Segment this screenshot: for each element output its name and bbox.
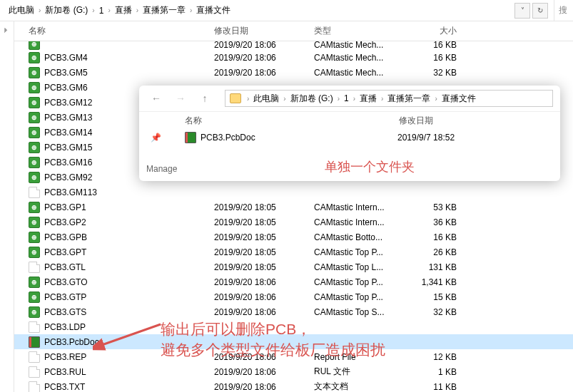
file-icon [29, 321, 40, 333]
chevron-right-icon[interactable]: › [188, 6, 193, 14]
search-hint[interactable]: 搜 [554, 0, 567, 21]
refresh-button[interactable]: ↻ [532, 3, 548, 19]
file-type: CAMtastic Top P... [314, 277, 407, 287]
file-name: PCB3.GTO [44, 277, 214, 287]
file-icon: ⊕ [29, 217, 40, 228]
dropdown-button[interactable]: ˅ [514, 3, 530, 19]
file-icon: ⊕ [29, 41, 40, 50]
file-type: 文本文档 [314, 381, 407, 392]
file-date: 2019/9/20 18:06 [214, 53, 314, 63]
nav-forward-button[interactable]: → [171, 90, 191, 107]
column-name[interactable]: 名称 [29, 25, 214, 37]
annotation-main: 输出后可以删除PCB， 避免多个类型文件给板厂造成困扰 [161, 319, 385, 361]
breadcrumb-item[interactable]: 直播文件 [193, 4, 233, 16]
file-icon: ⊕ [29, 232, 40, 243]
folder-icon [230, 93, 241, 103]
file-icon: ⊕ [29, 142, 40, 153]
annotation-folder: 单独一个文件夹 [325, 158, 415, 175]
file-icon [29, 381, 40, 393]
file-icon: ⊕ [29, 277, 40, 288]
file-size: 32 KB [407, 68, 464, 78]
pcb-file-icon [185, 132, 196, 143]
file-type: CAMtastic Intern... [314, 202, 407, 212]
file-icon: ⊕ [29, 202, 40, 213]
file-icon: ⊕ [29, 127, 40, 138]
nav-up-button[interactable]: ↑ [195, 90, 215, 107]
chevron-right-icon[interactable]: › [106, 6, 111, 14]
file-date: 2019/9/20 18:06 [214, 68, 314, 78]
file-name: PCB3.TXT [44, 382, 214, 392]
file-type: CAMtastic Top L... [314, 262, 407, 272]
file-row[interactable]: ⊕PCB3.GPB2019/9/20 18:05CAMtastic Botto.… [14, 229, 573, 244]
overlay-file-name: PCB3.PcbDoc [201, 133, 397, 143]
file-name: PCB3.GM5 [44, 68, 214, 78]
file-size: 53 KB [407, 202, 464, 212]
overlay-col-name[interactable]: 名称 [185, 115, 399, 127]
file-name: PCB3.GP2 [44, 217, 214, 227]
file-name: PCB3.GTS [44, 307, 214, 317]
file-row[interactable]: ⊕PCB3.GM42019/9/20 18:06CAMtastic Mech..… [14, 50, 573, 65]
breadcrumb-item[interactable]: 直播第一章 [140, 4, 188, 16]
file-icon: ⊕ [29, 67, 40, 78]
file-size: 1 KB [407, 367, 464, 377]
chevron-right-icon[interactable]: › [37, 6, 42, 14]
file-size: 36 KB [407, 217, 464, 227]
file-name: PCB3.GTP [44, 292, 214, 302]
file-icon: ⊕ [29, 292, 40, 303]
file-icon [29, 187, 40, 198]
file-type: CAMtastic Top P... [314, 247, 407, 257]
breadcrumb-item[interactable]: 新加卷 (G:) [42, 4, 91, 16]
column-headers: 名称 修改日期 类型 大小 [14, 21, 573, 41]
file-name: PCB3.GP1 [44, 202, 214, 212]
file-row[interactable]: ⊕PCB3.GTP2019/9/20 18:06CAMtastic Top P.… [14, 289, 573, 304]
file-icon: ⊕ [29, 306, 40, 318]
column-size[interactable]: 大小 [407, 25, 464, 37]
file-row[interactable]: ⊕PCB3.GP12019/9/20 18:05CAMtastic Intern… [14, 200, 573, 215]
file-row[interactable]: PCB3.TXT2019/9/20 18:06文本文档11 KB [14, 379, 573, 392]
chevron-right-icon[interactable]: › [135, 6, 140, 14]
arrow-icon [93, 317, 164, 353]
column-date[interactable]: 修改日期 [214, 25, 314, 37]
file-date: 2019/9/20 18:06 [214, 307, 314, 317]
file-date: 2019/9/20 18:05 [214, 217, 314, 227]
file-name: PCB3.GM113 [44, 187, 214, 197]
file-type: CAMtastic Mech... [314, 68, 407, 78]
file-date: 2019/9/20 18:06 [214, 277, 314, 287]
file-row[interactable]: PCB3.GM113 [14, 185, 573, 200]
file-type: CAMtastic Top S... [314, 307, 407, 317]
chevron-right-icon[interactable]: › [91, 6, 96, 14]
file-row[interactable]: PCB3.RUL2019/9/20 18:06RUL 文件1 KB [14, 364, 573, 379]
overlay-file-row[interactable]: 📌 PCB3.PcbDoc 2019/9/7 18:52 [139, 130, 560, 145]
column-type[interactable]: 类型 [314, 25, 407, 37]
file-icon: ⊕ [29, 52, 40, 63]
file-date: 2019/9/20 18:05 [214, 232, 314, 242]
file-row[interactable]: ⊕PCB3.GM52019/9/20 18:06CAMtastic Mech..… [14, 65, 573, 80]
file-date: 2019/9/20 18:06 [214, 382, 314, 392]
file-name: PCB3.RUL [44, 367, 214, 377]
overlay-file-date: 2019/9/7 18:52 [397, 133, 455, 143]
breadcrumb-item[interactable]: 1 [96, 6, 107, 16]
file-row[interactable]: ⊕PCB3.GPT2019/9/20 18:05CAMtastic Top P.… [14, 244, 573, 259]
nav-back-button[interactable]: ← [146, 90, 166, 107]
file-icon [29, 366, 40, 378]
tree-gutter[interactable] [0, 21, 14, 392]
file-icon: ⊕ [29, 247, 40, 258]
file-date: 2019/9/20 18:06 [214, 292, 314, 302]
file-size: 16 KB [407, 232, 464, 242]
file-row[interactable]: ⊕PCB3.GP22019/9/20 18:05CAMtastic Intern… [14, 215, 573, 229]
breadcrumb-item[interactable]: 此电脑 [6, 4, 37, 16]
file-icon: ⊕ [29, 112, 40, 123]
file-row[interactable]: PCB3.GTL2019/9/20 18:05CAMtastic Top L..… [14, 259, 573, 274]
breadcrumb-item[interactable]: 直播 [112, 4, 135, 16]
overlay-breadcrumb[interactable]: › 此电脑› 新加卷 (G:)› 1› 直播› 直播第一章› 直播文件 [225, 90, 553, 107]
file-size: 1,341 KB [407, 277, 464, 287]
pin-icon[interactable]: 📌 [151, 133, 161, 143]
file-icon [29, 262, 40, 273]
overlay-col-date[interactable]: 修改日期 [399, 115, 485, 127]
file-row[interactable]: ⊕PCB3.GTO2019/9/20 18:06CAMtastic Top P.… [14, 274, 573, 289]
file-icon: ⊕ [29, 157, 40, 168]
file-icon [29, 351, 40, 363]
file-icon: ⊕ [29, 82, 40, 93]
file-icon [29, 336, 40, 348]
file-type: CAMtastic Botto... [314, 232, 407, 242]
